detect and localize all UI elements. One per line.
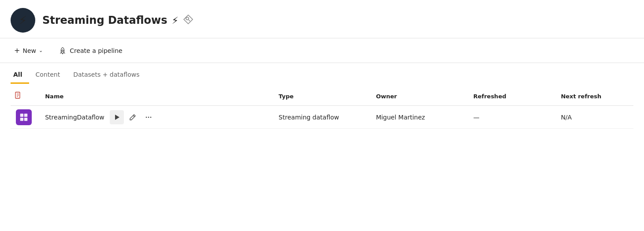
- svg-point-1: [186, 17, 189, 20]
- table-row: StreamingDataflow: [11, 106, 633, 129]
- row-next-refresh-cell: N/A: [555, 106, 633, 129]
- dataflow-name: StreamingDataflow: [45, 114, 104, 121]
- col-next-refresh-header: Next refresh: [555, 87, 633, 106]
- row-refreshed-cell: —: [468, 106, 556, 129]
- svg-line-2: [189, 20, 190, 21]
- logo-icon: ⚡: [19, 14, 27, 27]
- table-header-row: Name Type Owner Refreshed Next refresh: [11, 87, 633, 106]
- app-logo: ⚡: [11, 8, 35, 33]
- col-icon-header: [11, 87, 40, 106]
- play-icon: [114, 114, 120, 120]
- pipeline-label: Create a pipeline: [70, 47, 123, 54]
- tab-content[interactable]: Content: [33, 67, 67, 84]
- row-actions: [110, 110, 156, 124]
- bolt-icon: ⚡: [171, 15, 178, 26]
- file-icon-header: [14, 92, 22, 100]
- dataflow-icon: [16, 109, 32, 125]
- svg-point-16: [150, 116, 152, 118]
- more-options-button[interactable]: [141, 110, 156, 124]
- row-type-cell: Streaming dataflow: [273, 106, 371, 129]
- col-refreshed-header: Refreshed: [468, 87, 556, 106]
- tab-datasets-dataflows[interactable]: Datasets + dataflows: [71, 67, 146, 84]
- page-title: Streaming Dataflows: [42, 14, 167, 26]
- row-name-cell: StreamingDataflow: [40, 106, 273, 129]
- svg-rect-9: [24, 113, 27, 116]
- edit-button[interactable]: [126, 110, 140, 124]
- diamond-search-icon: [183, 14, 194, 27]
- rocket-icon: [59, 47, 67, 55]
- edit-icon: [129, 114, 136, 121]
- tab-all[interactable]: All: [11, 67, 29, 84]
- new-button[interactable]: + New ⌄: [11, 44, 46, 57]
- new-label: New: [22, 47, 36, 54]
- run-button[interactable]: [110, 110, 124, 124]
- col-type-header: Type: [273, 87, 371, 106]
- chevron-down-icon: ⌄: [39, 48, 43, 53]
- create-pipeline-button[interactable]: Create a pipeline: [55, 44, 126, 57]
- ellipsis-icon: [145, 114, 152, 121]
- svg-rect-11: [24, 117, 27, 120]
- svg-rect-8: [20, 113, 23, 116]
- svg-rect-10: [20, 117, 23, 120]
- plus-icon: +: [14, 46, 20, 55]
- col-name-header: Name: [40, 87, 273, 106]
- toolbar: + New ⌄ Create a pipeline: [0, 38, 644, 63]
- svg-point-3: [62, 50, 63, 52]
- col-owner-header: Owner: [371, 87, 468, 106]
- dataflow-icon-svg: [19, 112, 29, 122]
- row-icon-cell: [11, 106, 40, 129]
- tabs-bar: All Content Datasets + dataflows: [0, 67, 644, 84]
- content-table-wrapper: Name Type Owner Refreshed Next refresh: [0, 87, 644, 129]
- header-title-area: Streaming Dataflows ⚡: [42, 14, 194, 27]
- svg-point-14: [146, 116, 147, 118]
- page-header: ⚡ Streaming Dataflows ⚡: [0, 0, 644, 38]
- row-owner-cell: Miguel Martinez: [371, 106, 468, 129]
- svg-line-13: [133, 116, 134, 117]
- data-table: Name Type Owner Refreshed Next refresh: [11, 87, 633, 129]
- svg-point-15: [148, 116, 149, 118]
- svg-marker-12: [115, 115, 119, 120]
